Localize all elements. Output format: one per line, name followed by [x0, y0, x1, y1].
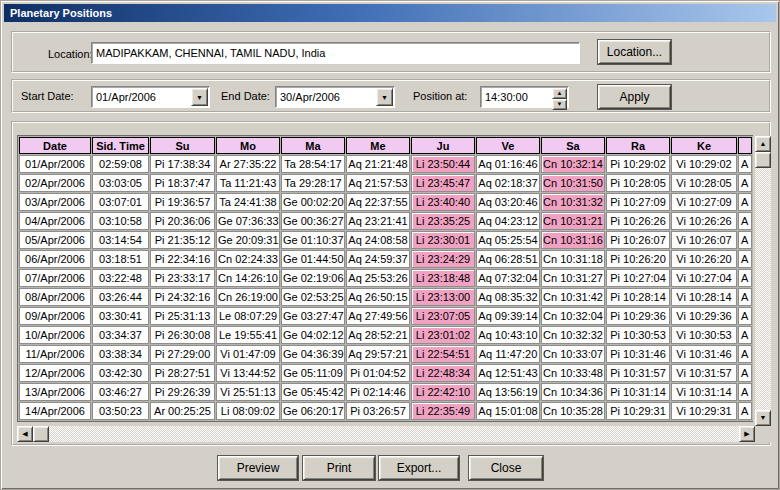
vertical-scrollbar[interactable]: ▲ ▼ — [755, 136, 771, 426]
cell-sa: Cn 10:32:32 — [541, 326, 605, 344]
cell-me: Pi 03:26:57 — [346, 402, 410, 420]
table-row[interactable]: 05/Apr/200603:14:54Pi 21:35:12Ge 20:09:3… — [19, 231, 752, 249]
table-row[interactable]: 09/Apr/200603:30:41Pi 25:31:13Le 08:07:2… — [19, 307, 752, 325]
spinner-up-icon[interactable]: ▲ — [552, 88, 567, 99]
scroll-left-arrow-icon[interactable]: ◀ — [17, 426, 33, 442]
cell-ve: Aq 11:47:20 — [476, 345, 540, 363]
cell-su: Pi 24:32:16 — [150, 288, 215, 306]
cell-ve: Aq 08:35:32 — [476, 288, 540, 306]
cell-su: Pi 23:33:17 — [150, 269, 215, 287]
cell-ma: Ge 00:36:27 — [281, 212, 345, 230]
cell-su: Pi 18:37:47 — [150, 174, 215, 192]
table-section: DateSid. TimeSuMoMaMeJuVeSaRaKe 01/Apr/2… — [11, 121, 771, 446]
export-button[interactable]: Export... — [379, 456, 459, 480]
cell-partial: A — [738, 402, 752, 420]
cell-sid-time: 03:30:41 — [92, 307, 149, 325]
cell-ve: Aq 15:01:08 — [476, 402, 540, 420]
cell-mo: Ge 20:09:31 — [216, 231, 280, 249]
cell-sid-time: 03:34:37 — [92, 326, 149, 344]
cell-partial: A — [738, 383, 752, 401]
cell-ra: Pi 10:31:57 — [606, 364, 670, 382]
cell-sa: Cn 10:32:14 — [541, 155, 605, 173]
cell-ju: Li 22:35:49 — [411, 402, 475, 420]
cell-date: 06/Apr/2006 — [19, 250, 91, 268]
cell-partial: A — [738, 212, 752, 230]
table-row[interactable]: 10/Apr/200603:34:37Pi 26:30:08Le 19:55:4… — [19, 326, 752, 344]
column-header-sid-time: Sid. Time — [92, 137, 149, 154]
cell-mo: Vi 25:51:13 — [216, 383, 280, 401]
cell-ke: Vi 10:31:14 — [671, 383, 737, 401]
table-row[interactable]: 07/Apr/200603:22:48Pi 23:33:17Cn 14:26:1… — [19, 269, 752, 287]
cell-ju: Li 23:07:05 — [411, 307, 475, 325]
cell-sid-time: 03:10:58 — [92, 212, 149, 230]
spinner-down-icon[interactable]: ▼ — [552, 99, 567, 110]
cell-partial: A — [738, 193, 752, 211]
start-date-dropdown-arrow-icon[interactable]: ▼ — [191, 88, 208, 106]
cell-me: Aq 27:49:56 — [346, 307, 410, 325]
column-header-partial — [738, 137, 752, 154]
cell-ra: Pi 10:27:04 — [606, 269, 670, 287]
position-time-spinner[interactable]: 14:30:00 ▲ ▼ — [480, 86, 569, 108]
cell-ra: Pi 10:29:02 — [606, 155, 670, 173]
cell-partial: A — [738, 364, 752, 382]
horizontal-scroll-thumb[interactable] — [33, 426, 49, 442]
table-row[interactable]: 12/Apr/200603:42:30Pi 28:27:51Vi 13:44:5… — [19, 364, 752, 382]
scrollbar-corner — [755, 426, 771, 442]
location-input[interactable]: MADIPAKKAM, CHENNAI, TAMIL NADU, India — [91, 42, 580, 64]
table-row[interactable]: 11/Apr/200603:38:34Pi 27:29:00Vi 01:47:0… — [19, 345, 752, 363]
location-label: Location: — [48, 48, 93, 60]
cell-mo: Cn 14:26:10 — [216, 269, 280, 287]
table-header-row: DateSid. TimeSuMoMaMeJuVeSaRaKe — [19, 137, 752, 154]
end-date-dropdown-arrow-icon[interactable]: ▼ — [376, 88, 393, 106]
vertical-scroll-thumb[interactable] — [755, 152, 771, 168]
scroll-right-arrow-icon[interactable]: ▶ — [739, 426, 755, 442]
table-row[interactable]: 13/Apr/200603:46:27Pi 29:26:39Vi 25:51:1… — [19, 383, 752, 401]
cell-ve: Aq 05:25:54 — [476, 231, 540, 249]
print-button[interactable]: Print — [303, 456, 375, 480]
horizontal-scrollbar[interactable]: ◀ ▶ — [17, 426, 755, 442]
table-row[interactable]: 14/Apr/200603:50:23Ar 00:25:25Li 08:09:0… — [19, 402, 752, 420]
cell-sid-time: 03:03:05 — [92, 174, 149, 192]
table-row[interactable]: 02/Apr/200603:03:05Pi 18:37:47Ta 11:21:4… — [19, 174, 752, 192]
apply-button[interactable]: Apply — [598, 85, 671, 109]
cell-me: Aq 23:21:41 — [346, 212, 410, 230]
cell-ju: Li 23:50:44 — [411, 155, 475, 173]
cell-ke: Vi 10:28:05 — [671, 174, 737, 192]
cell-mo: Ta 11:21:43 — [216, 174, 280, 192]
table-row[interactable]: 08/Apr/200603:26:44Pi 24:32:16Cn 26:19:0… — [19, 288, 752, 306]
cell-su: Ar 00:25:25 — [150, 402, 215, 420]
scroll-up-arrow-icon[interactable]: ▲ — [755, 136, 771, 152]
scroll-down-arrow-icon[interactable]: ▼ — [755, 410, 771, 426]
horizontal-scroll-track[interactable] — [33, 426, 739, 442]
table-row[interactable]: 03/Apr/200603:07:01Pi 19:36:57Ta 24:41:3… — [19, 193, 752, 211]
end-date-combobox[interactable]: 30/Apr/2006 ▼ — [275, 86, 395, 108]
cell-ra: Pi 10:26:26 — [606, 212, 670, 230]
cell-partial: A — [738, 155, 752, 173]
title-bar[interactable]: Planetary Positions — [4, 4, 776, 22]
cell-ju: Li 22:48:34 — [411, 364, 475, 382]
location-button[interactable]: Location... — [598, 40, 671, 64]
cell-sa: Cn 10:31:21 — [541, 212, 605, 230]
cell-ma: Ta 29:28:17 — [281, 174, 345, 192]
cell-ke: Vi 10:29:31 — [671, 402, 737, 420]
cell-ju: Li 22:42:10 — [411, 383, 475, 401]
table-row[interactable]: 01/Apr/200602:59:08Pi 17:38:34Ar 27:35:2… — [19, 155, 752, 173]
cell-partial: A — [738, 269, 752, 287]
cell-me: Pi 02:14:46 — [346, 383, 410, 401]
cell-ju: Li 23:13:00 — [411, 288, 475, 306]
cell-ve: Aq 07:32:04 — [476, 269, 540, 287]
cell-me: Aq 21:57:53 — [346, 174, 410, 192]
start-date-combobox[interactable]: 01/Apr/2006 ▼ — [91, 86, 210, 108]
cell-sa: Cn 10:31:42 — [541, 288, 605, 306]
vertical-scroll-track[interactable] — [755, 152, 771, 410]
cell-ve: Aq 10:43:10 — [476, 326, 540, 344]
cell-ve: Aq 01:16:46 — [476, 155, 540, 173]
cell-ve: Aq 12:51:43 — [476, 364, 540, 382]
close-button[interactable]: Close — [469, 456, 543, 480]
cell-ma: Ge 06:20:17 — [281, 402, 345, 420]
preview-button[interactable]: Preview — [218, 456, 298, 480]
cell-su: Pi 25:31:13 — [150, 307, 215, 325]
cell-sa: Cn 10:31:32 — [541, 193, 605, 211]
table-row[interactable]: 04/Apr/200603:10:58Pi 20:36:06Ge 07:36:3… — [19, 212, 752, 230]
table-row[interactable]: 06/Apr/200603:18:51Pi 22:34:16Cn 02:24:3… — [19, 250, 752, 268]
